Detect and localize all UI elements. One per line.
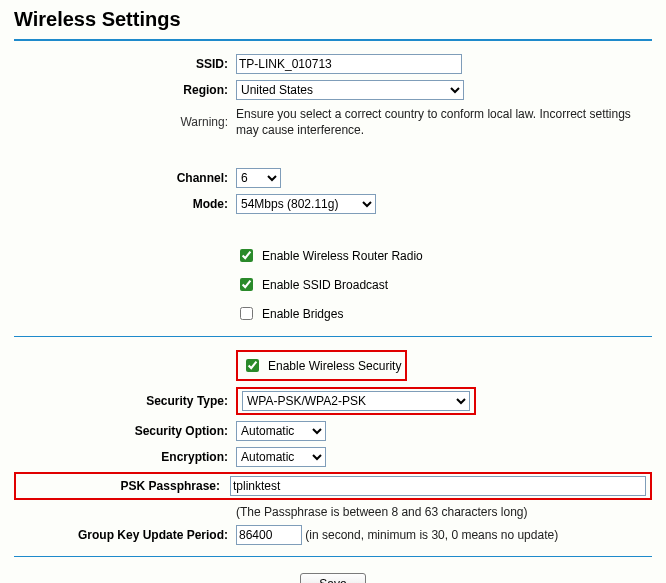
security-form: Enable Wireless Security Security Type: … — [14, 347, 652, 548]
region-select[interactable]: United States — [236, 80, 464, 100]
section-divider-mid — [14, 336, 652, 337]
enable-security-highlight: Enable Wireless Security — [236, 350, 407, 381]
region-label: Region: — [14, 77, 232, 103]
group-key-note: (in second, minimum is 30, 0 means no up… — [305, 528, 558, 542]
page-title: Wireless Settings — [14, 8, 652, 31]
encryption-select[interactable]: Automatic — [236, 447, 326, 467]
mode-label: Mode: — [14, 191, 232, 217]
psk-passphrase-label: PSK Passphrase: — [18, 479, 230, 493]
ssid-input[interactable] — [236, 54, 462, 74]
enable-security-checkbox[interactable] — [246, 359, 259, 372]
enable-ssid-checkbox[interactable] — [240, 278, 253, 291]
section-divider-bottom — [14, 556, 652, 557]
enable-radio-checkbox[interactable] — [240, 249, 253, 262]
security-option-label: Security Option: — [14, 418, 232, 444]
psk-passphrase-highlight: PSK Passphrase: — [14, 472, 652, 500]
warning-label: Warning: — [14, 103, 232, 141]
enable-bridges-label: Enable Bridges — [262, 307, 343, 321]
psk-passphrase-input[interactable] — [230, 476, 646, 496]
channel-label: Channel: — [14, 165, 232, 191]
psk-note: (The Passphrase is between 8 and 63 char… — [232, 502, 652, 522]
security-type-highlight: WPA-PSK/WPA2-PSK — [236, 387, 476, 415]
settings-form: SSID: Region: United States Warning: Ens… — [14, 51, 652, 328]
security-option-select[interactable]: Automatic — [236, 421, 326, 441]
group-key-input[interactable] — [236, 525, 302, 545]
encryption-label: Encryption: — [14, 444, 232, 470]
security-type-select[interactable]: WPA-PSK/WPA2-PSK — [242, 391, 470, 411]
enable-radio-label: Enable Wireless Router Radio — [262, 249, 423, 263]
mode-select[interactable]: 54Mbps (802.11g) — [236, 194, 376, 214]
security-type-label: Security Type: — [14, 384, 232, 418]
save-button[interactable]: Save — [300, 573, 365, 583]
warning-text: Ensure you select a correct country to c… — [232, 103, 652, 141]
section-divider-top — [14, 39, 652, 41]
group-key-label: Group Key Update Period: — [14, 522, 232, 548]
enable-bridges-checkbox[interactable] — [240, 307, 253, 320]
ssid-label: SSID: — [14, 51, 232, 77]
channel-select[interactable]: 6 — [236, 168, 281, 188]
enable-security-label: Enable Wireless Security — [268, 359, 401, 373]
enable-ssid-label: Enable SSID Broadcast — [262, 278, 388, 292]
